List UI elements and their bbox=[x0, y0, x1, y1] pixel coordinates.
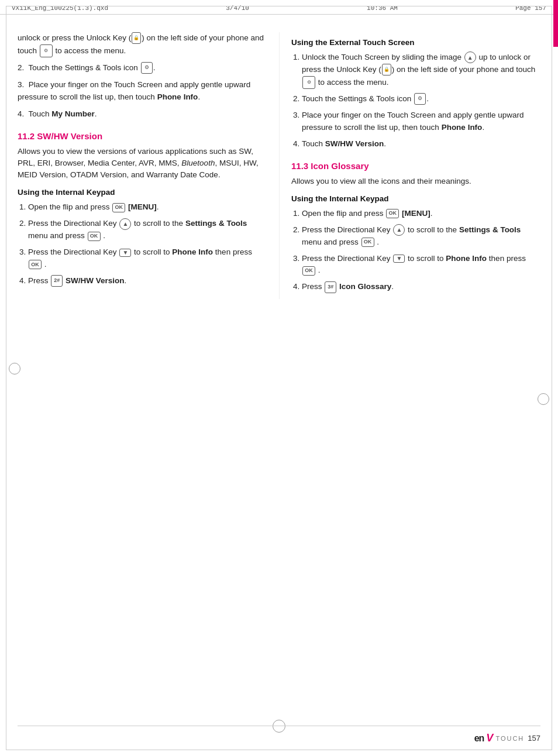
page-number: 157 bbox=[528, 734, 540, 743]
page-footer: en V TOUCH 157 bbox=[18, 726, 540, 744]
brand-en: en bbox=[474, 733, 484, 744]
brand-touch: TOUCH bbox=[495, 735, 524, 742]
right-margin-mark bbox=[538, 393, 549, 405]
page-border bbox=[6, 6, 552, 750]
brand-v: V bbox=[486, 732, 493, 744]
brand-logo: en V TOUCH bbox=[474, 732, 525, 744]
pink-accent-bar bbox=[553, 0, 558, 47]
